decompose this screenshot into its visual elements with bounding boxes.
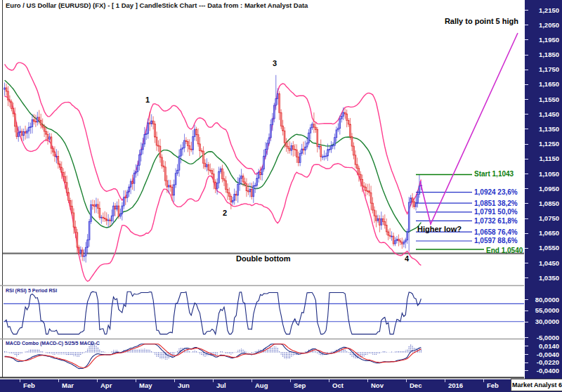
axis-tick-mark — [525, 346, 528, 346]
wave-point-1: 1 — [145, 96, 150, 104]
macd-axis-label: -0,0040 — [537, 351, 559, 358]
price-axis-label: 1,0950 — [539, 185, 559, 192]
price-axis-label: 1,0350 — [539, 274, 559, 282]
axis-tick-mark — [525, 233, 528, 234]
rsi-axis-label: 80,0000 — [535, 296, 559, 303]
month-tick-mark — [20, 379, 20, 382]
month-label: Feb — [487, 381, 499, 389]
price-axis-label: 1,1850 — [539, 51, 559, 58]
price-axis-label: 1,1250 — [539, 140, 559, 148]
rsi-axis-label: 30,0000 — [535, 318, 559, 325]
fib-level-label: 1,0791 50,0% — [474, 208, 518, 216]
month-tick-mark — [367, 379, 368, 382]
price-axis-label: 1,1650 — [539, 80, 559, 88]
fib-level-label: 1,0924 23,6% — [474, 188, 518, 196]
price-axis-label: 1,2050 — [539, 21, 559, 29]
axis-tick-mark — [525, 354, 528, 355]
time-axis-panel: FebMarAprMayJunJulAugSepOctNovDec2016Feb — [0, 379, 562, 392]
fib-end-label: End 1,0540 — [486, 247, 523, 254]
axis-tick-mark — [525, 299, 528, 300]
axis-tick-mark — [525, 277, 528, 278]
month-label: 2016 — [448, 381, 463, 389]
vendor-badge: Market Analyst 6 — [511, 379, 562, 391]
price-axis-label: 1,1950 — [539, 36, 559, 44]
price-axis-label: 1,0450 — [539, 259, 559, 267]
wave-point-4: 4 — [405, 254, 409, 263]
higher-low-annotation: Higher low? — [417, 225, 462, 233]
month-label: Dec — [410, 381, 422, 389]
macd-axis-label: -0,0220 — [537, 358, 559, 366]
month-tick-mark — [251, 379, 252, 382]
price-axis-label: 1,0750 — [539, 214, 559, 222]
fib-level-label: 1,0597 88,6% — [474, 237, 518, 244]
month-tick-mark — [97, 379, 98, 382]
rsi-axis-label: -5,0000 — [537, 334, 559, 341]
macd-axis-label: 0,0140 — [539, 342, 559, 350]
axis-tick-mark — [525, 99, 528, 100]
price-axis-label: 1,1750 — [539, 65, 559, 73]
month-label: Feb — [23, 381, 35, 389]
double-bottom-annotation: Double bottom — [236, 254, 291, 263]
month-tick-mark — [406, 379, 407, 382]
price-axis-panel: 1,21501,20501,19501,18501,17501,16501,15… — [525, 0, 562, 379]
month-tick-mark — [174, 379, 175, 382]
month-label: Oct — [332, 381, 344, 389]
month-tick-mark — [483, 379, 484, 382]
wave-point-3: 3 — [273, 59, 277, 67]
price-axis-label: 1,1550 — [539, 96, 559, 103]
axis-tick-mark — [525, 188, 528, 189]
rsi-axis-label: 55,0000 — [535, 306, 559, 314]
axis-tick-mark — [525, 10, 528, 11]
macd-axis-label: -0,0400 — [537, 367, 559, 374]
month-label: Sep — [294, 381, 306, 389]
fib-start-label: Start 1,1043 — [474, 170, 514, 178]
axis-tick-mark — [525, 218, 528, 219]
month-label: Jun — [178, 381, 190, 389]
axis-tick-mark — [525, 159, 528, 159]
month-tick-mark — [58, 379, 59, 382]
fib-level-label: 1,0732 61,8% — [474, 217, 518, 225]
month-label: Apr — [100, 381, 112, 389]
axis-tick-mark — [525, 114, 528, 115]
axis-tick-mark — [525, 311, 528, 311]
month-tick-mark — [213, 379, 214, 382]
month-tick-mark — [445, 379, 445, 382]
rsi-panel-label: RSI (RSI) 5 Period RSI — [6, 288, 57, 293]
price-axis-label: 1,0850 — [539, 200, 559, 207]
rally-annotation: Rally to point 5 high — [436, 17, 518, 25]
price-axis-label: 1,1050 — [539, 170, 559, 178]
axis-tick-mark — [525, 144, 528, 145]
month-label: Jul — [216, 381, 226, 389]
wave-point-2: 2 — [223, 209, 227, 217]
month-label: Aug — [255, 381, 268, 389]
price-axis-label: 1,1450 — [539, 110, 559, 118]
month-label: Nov — [371, 381, 384, 389]
month-tick-mark — [136, 379, 136, 382]
month-tick-mark — [290, 379, 291, 382]
price-axis-label: 1,0650 — [539, 229, 559, 237]
axis-tick-mark — [525, 129, 528, 129]
fib-level-label: 1,0658 76,4% — [474, 228, 518, 236]
axis-tick-mark — [525, 84, 528, 85]
month-label: May — [139, 381, 152, 389]
macd-panel-label: MACD Combo (MACD-C) 5/25/5 MACD-C — [6, 341, 100, 346]
price-axis-label: 1,2150 — [539, 6, 559, 14]
axis-tick-mark — [525, 174, 528, 174]
axis-tick-mark — [525, 55, 528, 55]
axis-tick-mark — [525, 362, 528, 363]
month-tick-mark — [329, 379, 329, 382]
axis-tick-mark — [525, 39, 528, 40]
fib-level-label: 1,0851 38,2% — [474, 200, 518, 207]
chart-window: Euro / US Dollar (EURUSD) (FX) - [ 1 Day… — [0, 0, 562, 392]
axis-tick-mark — [525, 337, 528, 338]
price-axis-label: 1,1150 — [539, 155, 559, 162]
price-axis-label: 1,0550 — [539, 244, 559, 251]
axis-tick-mark — [525, 25, 528, 25]
axis-tick-mark — [525, 370, 528, 371]
axis-tick-mark — [525, 322, 528, 322]
axis-tick-mark — [525, 203, 528, 204]
month-label: Mar — [62, 381, 74, 389]
price-axis-label: 1,1350 — [539, 125, 559, 133]
chart-title: Euro / US Dollar (EURUSD) (FX) - [ 1 Day… — [6, 1, 308, 9]
axis-tick-mark — [525, 70, 528, 70]
